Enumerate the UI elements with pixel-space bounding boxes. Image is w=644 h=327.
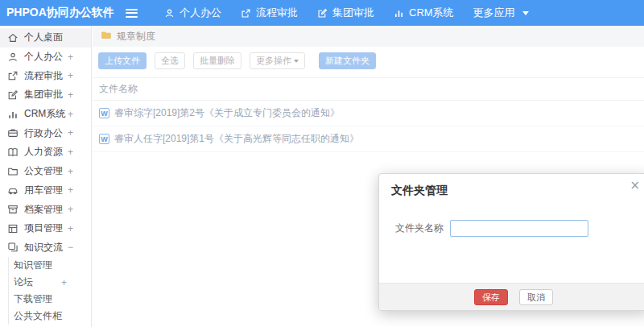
toolbar: 上传文件 全选 批量删除 更多操作 新建文件夹 <box>93 47 644 75</box>
dialog-footer: 保存 取消 <box>379 283 644 310</box>
sidebar-item-personal-office[interactable]: 个人办公 + <box>0 48 91 67</box>
book-icon <box>7 147 19 158</box>
sidebar-item-archive-management[interactable]: 档案管理 + <box>0 200 91 219</box>
app-logo: PHPOA协同办公软件 <box>0 6 103 20</box>
file-row[interactable]: W 睿审综字[2019]第2号《关于成立专门委员会的通知》 <box>93 101 644 126</box>
nav-item-crm-system[interactable]: CRM系统 <box>394 6 454 20</box>
user-icon <box>164 8 175 19</box>
save-button[interactable]: 保存 <box>474 289 508 305</box>
project-icon <box>7 223 19 234</box>
file-name[interactable]: 睿审综字[2019]第2号《关于成立专门委员会的通知》 <box>114 106 340 120</box>
batch-delete-button[interactable]: 批量删除 <box>193 52 242 69</box>
workflow-icon <box>7 70 19 81</box>
file-table: 文件名称 W 睿审综字[2019]第2号《关于成立专门委员会的通知》 W 睿审人… <box>93 77 644 152</box>
archive-icon <box>7 204 19 215</box>
briefcase-icon <box>7 127 19 139</box>
user-icon <box>7 52 19 63</box>
nav-item-group-approval[interactable]: 集团审批 <box>317 6 374 20</box>
car-icon <box>7 184 19 196</box>
sidebar-item-group-approval[interactable]: 集团审批 + <box>0 85 91 105</box>
folder-management-dialog: 文件夹管理 × 文件夹名称 保存 取消 <box>378 173 644 311</box>
folder-name-input[interactable] <box>450 220 588 237</box>
breadcrumb: 规章制度 <box>93 26 644 47</box>
home-icon <box>7 32 19 43</box>
folder-name-form-row: 文件夹名称 <box>379 220 644 237</box>
upload-file-button[interactable]: 上传文件 <box>98 52 147 69</box>
file-name[interactable]: 睿审人任字[2019]第1号《关于高光辉等同志任职的通知》 <box>114 132 359 146</box>
file-table-header: 文件名称 <box>93 77 644 101</box>
breadcrumb-label: 规章制度 <box>117 30 155 43</box>
sidebar: 个人桌面 个人办公 + 流程审批 + 集团审批 + CRM系统 + 行政办公 +… <box>0 26 92 327</box>
edit-square-icon <box>7 89 19 101</box>
workflow-icon <box>241 8 251 19</box>
nav-item-workflow-approval[interactable]: 流程审批 <box>241 6 298 20</box>
top-navbar: PHPOA协同办公软件 个人办公 流程审批 集团审批 CRM系统 更多应用 <box>0 0 644 26</box>
nav-item-personal-office[interactable]: 个人办公 <box>164 6 221 20</box>
sidebar-item-personal-desktop[interactable]: 个人桌面 <box>0 28 91 48</box>
copy-icon <box>7 242 19 253</box>
cancel-button[interactable]: 取消 <box>519 289 553 305</box>
sidebar-item-admin-office[interactable]: 行政办公 + <box>0 123 91 143</box>
nav-item-more-apps[interactable]: 更多应用 <box>473 6 529 20</box>
sidebar-item-vehicle-management[interactable]: 用车管理 + <box>0 181 91 201</box>
word-doc-icon: W <box>99 134 109 144</box>
sidebar-item-download-management[interactable]: 下载管理 <box>9 291 91 308</box>
file-row[interactable]: W 睿审人任字[2019]第1号《关于高光辉等同志任职的通知》 <box>93 126 644 152</box>
sidebar-toggle-button[interactable] <box>118 0 145 26</box>
sidebar-item-project-management[interactable]: 项目管理 + <box>0 219 91 238</box>
knowledge-exchange-submenu: 知识管理 论坛 + 下载管理 公共文件柜 <box>8 257 91 325</box>
dialog-title: 文件夹管理 <box>379 174 644 198</box>
select-all-button[interactable]: 全选 <box>155 52 185 69</box>
caret-down-icon <box>294 60 299 63</box>
sidebar-item-human-resources[interactable]: 人力资源 + <box>0 143 91 162</box>
close-icon[interactable]: × <box>630 180 640 192</box>
folder-icon <box>7 166 19 177</box>
sidebar-item-workflow-approval[interactable]: 流程审批 + <box>0 66 91 85</box>
caret-down-icon <box>522 11 529 15</box>
word-doc-icon: W <box>99 108 109 118</box>
sidebar-item-forum[interactable]: 论坛 + <box>9 274 91 291</box>
sidebar-item-knowledge-exchange[interactable]: 知识交流 − <box>0 238 91 258</box>
bar-chart-icon <box>394 8 404 19</box>
file-panel: 上传文件 全选 批量删除 更多操作 新建文件夹 文件名称 W 睿审综字[2019… <box>93 47 644 152</box>
bar-chart-icon <box>7 109 19 120</box>
folder-icon <box>101 30 112 43</box>
sidebar-item-crm-system[interactable]: CRM系统 + <box>0 105 91 124</box>
edit-square-icon <box>317 8 328 19</box>
sidebar-item-document-management[interactable]: 公文管理 + <box>0 162 91 181</box>
sidebar-item-knowledge-management[interactable]: 知识管理 <box>9 257 91 274</box>
folder-name-label: 文件夹名称 <box>395 221 444 235</box>
new-folder-button[interactable]: 新建文件夹 <box>319 52 376 69</box>
more-actions-button[interactable]: 更多操作 <box>250 52 305 69</box>
sidebar-item-public-file-cabinet[interactable]: 公共文件柜 <box>9 308 91 325</box>
